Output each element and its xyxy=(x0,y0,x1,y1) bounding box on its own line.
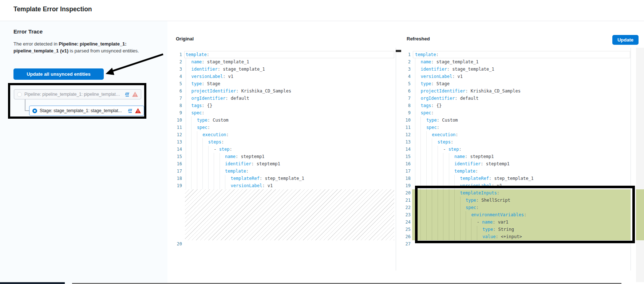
update-button[interactable]: Update xyxy=(612,35,639,45)
code-text: type:Stage xyxy=(415,80,631,87)
code-line[interactable]: 9spec: xyxy=(399,109,631,117)
code-line[interactable]: 8tags:{} xyxy=(171,102,394,109)
code-line[interactable]: 2name:stage_template_1 xyxy=(171,58,394,66)
code-line[interactable]: 2name:stage_template_1 xyxy=(399,58,631,66)
diff-splitter-handle[interactable] xyxy=(396,50,401,52)
indent-guide xyxy=(420,146,426,153)
code-line[interactable]: 10type:Custom xyxy=(399,117,631,124)
indent-guide xyxy=(443,160,449,167)
code-text: projectIdentifier:Krishika_CD_Samples xyxy=(186,87,394,95)
indent-guide xyxy=(420,131,426,138)
original-code-editor[interactable]: 1template:2name:stage_template_13identif… xyxy=(171,51,394,248)
code-line[interactable]: 5type:Stage xyxy=(171,80,394,87)
code-text: versionLabel:v1 xyxy=(415,73,631,80)
indent-guide xyxy=(186,117,191,124)
code-text: spec: xyxy=(415,109,631,117)
code-line[interactable]: 1template: xyxy=(399,51,631,58)
code-line[interactable]: 14- step: xyxy=(171,146,394,153)
indent-guide xyxy=(415,167,420,175)
code-text: template: xyxy=(186,167,394,175)
page-title: Template Error Inspection xyxy=(13,5,92,13)
indent-guide xyxy=(186,95,191,102)
diff-splitter[interactable] xyxy=(396,48,396,271)
indent-guide xyxy=(443,153,449,160)
code-line[interactable]: 17template: xyxy=(399,167,631,175)
bottom-bar-dark xyxy=(0,282,65,284)
indent-guide xyxy=(220,153,225,160)
indent-guide xyxy=(202,167,208,175)
code-line[interactable]: 13steps: xyxy=(171,138,394,146)
update-all-unsynced-button[interactable]: Update all unsynced entities xyxy=(13,68,104,80)
code-line[interactable]: 6projectIdentifier:Krishika_CD_Samples xyxy=(171,87,394,95)
line-number: 19 xyxy=(399,182,411,189)
indent-guide xyxy=(186,73,191,80)
indent-guide xyxy=(225,175,230,182)
code-line[interactable]: 6projectIdentifier:Krishika_CD_Samples xyxy=(399,87,631,95)
code-line[interactable]: 12execution: xyxy=(399,131,631,138)
app-header: Template Error Inspection xyxy=(0,0,644,21)
error-description-prefix: The error detected in xyxy=(13,41,59,47)
line-number: 8 xyxy=(171,102,182,109)
line-number: 13 xyxy=(171,138,182,146)
code-line[interactable]: 11spec: xyxy=(399,124,631,131)
code-text xyxy=(186,240,394,248)
template-icon xyxy=(125,92,130,97)
indent-guide xyxy=(415,102,420,109)
indent-guide xyxy=(420,160,426,167)
code-text: template: xyxy=(415,51,631,58)
tree-node-stage[interactable]: Stage: stage_template_1: stage_templat..… xyxy=(29,106,144,116)
code-text: versionLabel:v1 xyxy=(186,73,394,80)
template-icon xyxy=(128,109,133,113)
code-line[interactable]: 4versionLabel:v1 xyxy=(171,73,394,80)
code-line[interactable]: 7orgIdentifier:default xyxy=(399,95,631,102)
indent-guide xyxy=(426,153,432,160)
code-text: template: xyxy=(415,167,631,175)
code-line[interactable]: 8tags:{} xyxy=(399,102,631,109)
indent-guide xyxy=(191,182,197,189)
code-text: type:Custom xyxy=(415,117,631,124)
code-line[interactable]: 10type:Custom xyxy=(171,117,394,124)
indent-guide xyxy=(415,138,420,146)
code-text: spec: xyxy=(186,109,394,117)
line-number: 7 xyxy=(171,95,182,102)
line-number: 16 xyxy=(399,160,411,167)
radio-unselected-icon[interactable] xyxy=(17,92,22,97)
code-line[interactable]: 4versionLabel:v1 xyxy=(399,73,631,80)
code-line[interactable]: 13steps: xyxy=(399,138,631,146)
warning-icon xyxy=(135,108,141,113)
code-line[interactable]: 17template: xyxy=(171,167,394,175)
code-line[interactable]: 20 xyxy=(171,240,394,248)
code-line[interactable]: 15name:steptemp1 xyxy=(399,153,631,160)
indent-guide xyxy=(454,175,460,182)
code-line[interactable]: 18templateRef:step_template_1 xyxy=(171,175,394,182)
code-line[interactable]: 15name:steptemp1 xyxy=(171,153,394,160)
overview-ruler[interactable] xyxy=(636,48,644,282)
warning-icon xyxy=(132,92,138,97)
code-line[interactable]: 12execution: xyxy=(171,131,394,138)
indent-guide xyxy=(186,80,191,87)
code-line[interactable]: 9spec: xyxy=(171,109,394,117)
indent-guide xyxy=(426,138,432,146)
code-line[interactable]: 1template: xyxy=(171,51,394,58)
tree-node-stage-label: Stage: stage_template_1: stage_templat..… xyxy=(40,108,125,113)
line-number: 9 xyxy=(171,109,182,117)
indent-guide xyxy=(186,58,191,66)
code-line[interactable]: 18templateRef:step_template_1 xyxy=(399,175,631,182)
code-line[interactable]: 14- step: xyxy=(399,146,631,153)
code-line[interactable]: 16identifier:steptemp1 xyxy=(171,160,394,167)
code-line[interactable]: 3identifier:stage_template_1 xyxy=(399,66,631,73)
line-number: 2 xyxy=(171,58,182,66)
refreshed-panel-title: Refreshed xyxy=(407,36,430,42)
indent-guide xyxy=(449,153,454,160)
code-line[interactable]: 7orgIdentifier:default xyxy=(171,95,394,102)
code-line[interactable]: 11spec: xyxy=(171,124,394,131)
tree-node-pipeline[interactable]: Pipeline: pipeline_template_1: pipeline_… xyxy=(14,89,141,99)
indent-guide xyxy=(186,146,191,153)
code-line[interactable]: 16identifier:steptemp1 xyxy=(399,160,631,167)
code-line[interactable]: 3identifier:stage_template_1 xyxy=(171,66,394,73)
code-text: name:stage_template_1 xyxy=(415,58,631,66)
code-line[interactable]: 19versionLabel:v1 xyxy=(171,182,394,189)
indent-guide xyxy=(220,175,225,182)
code-line[interactable]: 5type:Stage xyxy=(399,80,631,87)
radio-selected-icon[interactable] xyxy=(32,109,37,113)
